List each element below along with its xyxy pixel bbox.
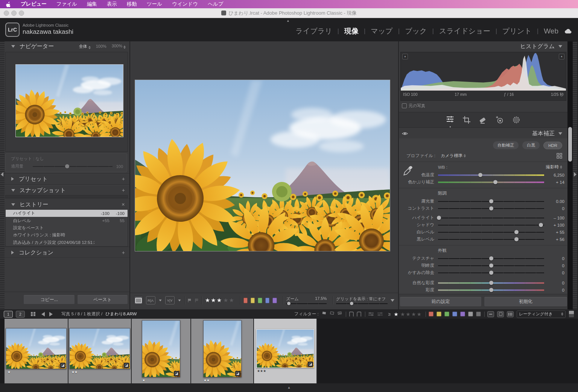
menu-item-file[interactable]: ファイル [56,1,77,8]
filter-chip-none[interactable] [476,312,481,316]
basic-panel-header[interactable]: 基本補正 [399,129,567,138]
filmstrip-cell-selected[interactable]: ◪ ★★★ [254,319,317,383]
filter-flag-pick-icon[interactable] [322,312,327,316]
temp-slider[interactable] [438,174,544,176]
filter-edits-icon[interactable] [349,312,354,317]
filter-star-active[interactable]: ★ [394,311,399,317]
module-web[interactable]: Web [544,27,558,35]
filter-chip-yellow[interactable] [437,312,441,316]
filter-chip-green[interactable] [444,312,449,316]
filter-adjust-icon-1[interactable] [368,312,374,317]
menu-item-preview[interactable]: プレビュー [21,1,47,8]
filter-no-edits-icon[interactable] [357,312,362,317]
slider-handle[interactable] [489,281,493,285]
grid-overlay-label[interactable]: グリッドを表示 : 常にオフ [336,296,388,302]
next-photo-arrow[interactable] [49,312,53,316]
reset-button[interactable]: 初期化 [484,297,567,307]
filter-chip-gray[interactable] [468,312,473,316]
navigator-header[interactable]: ナビゲーター 全体 100% 300% [5,41,129,51]
navigator-preview[interactable] [15,64,123,137]
menu-item-window[interactable]: ウインドウ [172,1,198,8]
profile-spinner-icon[interactable] [464,154,466,157]
clarity-slider[interactable] [438,265,544,267]
develop-badge-icon[interactable]: ◪ [174,371,179,376]
histogram-header[interactable]: ヒストグラム [399,41,567,51]
copy-settings-button[interactable]: コピー... [23,295,75,304]
module-library[interactable]: ライブラリ [295,26,332,36]
collapse-left-panel-arrow[interactable] [1,172,3,177]
thumbnail-photo[interactable]: ◪ [6,328,67,369]
main-photo[interactable] [135,80,390,251]
profile-browser-icon[interactable] [557,153,562,159]
toolbar-options-dropdown-icon[interactable] [391,299,394,302]
module-map[interactable]: マップ [371,26,392,36]
reference-view-button[interactable]: R|A [146,296,155,304]
expand-triangle-icon[interactable] [11,251,14,254]
slider-handle[interactable] [539,223,543,227]
flag-pick-icon[interactable] [187,298,192,303]
color-label-green[interactable] [258,298,262,303]
hide-top-panel-arrow[interactable]: ▲ [286,19,290,23]
thumbnail-photo[interactable]: ◪ [256,329,314,368]
black-white-button[interactable]: 白黒 [522,141,540,149]
develop-badge-icon[interactable]: ◪ [308,362,313,367]
slider-handle[interactable] [514,237,519,241]
reference-view-dropdown-icon[interactable] [159,300,161,301]
healing-tool-button[interactable] [479,115,488,124]
thumbnail-rating[interactable]: ★★ [71,370,78,374]
hdr-button[interactable]: HDR [543,142,562,149]
show-filmstrip-arrow[interactable]: ▲ [287,386,291,389]
dehaze-slider[interactable] [438,272,544,274]
shadow-clipping-indicator[interactable]: ▲ [402,54,408,59]
exposure-slider[interactable] [438,200,544,203]
texture-slider[interactable] [438,257,544,260]
highlight-clipping-indicator[interactable]: ▲ [559,54,564,59]
crop-tool-button[interactable] [462,115,471,124]
collapse-triangle-icon[interactable] [558,45,562,48]
filter-view-icon-1[interactable] [487,311,494,317]
previous-settings-button[interactable]: 前の設定 [400,297,482,307]
filmstrip-cell[interactable]: ◪ ★ [5,319,68,383]
paste-settings-button[interactable]: ペースト [77,295,128,304]
edit-tool-button[interactable] [446,115,455,125]
filter-flag-reject-icon[interactable] [338,312,342,316]
history-item[interactable]: 白レベル+5555 [6,217,128,224]
left-panel-edge[interactable] [0,41,5,309]
thumbnail-photo[interactable]: ◪ [69,328,130,369]
develop-badge-icon[interactable]: ◪ [60,363,65,368]
filter-view-icon-3[interactable] [507,311,514,317]
filter-switch[interactable] [569,310,574,318]
filter-chip-red[interactable] [429,312,434,316]
slider-handle[interactable] [493,180,497,184]
grid-overlay-slider[interactable] [336,303,388,305]
filter-flag-unflagged-icon[interactable] [330,312,335,316]
collapse-triangle-icon[interactable] [11,189,15,192]
collapse-triangle-icon[interactable] [11,203,15,206]
menu-item-view[interactable]: 表示 [107,1,117,8]
color-label-blue[interactable] [265,298,269,303]
filter-chip-blue[interactable] [452,312,457,316]
previous-photo-arrow[interactable] [41,312,45,316]
before-after-view-button[interactable]: Y|Y [165,296,175,304]
wb-value[interactable]: 撮影時 [546,164,559,170]
loupe-view-button[interactable] [134,296,143,305]
zoom-slider[interactable] [286,303,327,305]
right-panel-edge[interactable] [573,41,577,309]
history-item[interactable]: ホワイトバランス : 撮影時 [6,232,128,239]
module-slideshow[interactable]: スライドショー [439,26,490,36]
whites-slider[interactable] [438,231,544,233]
cloud-sync-icon[interactable] [564,29,572,34]
thumbnail-photo[interactable]: ◪ [203,320,242,377]
blacks-slider[interactable] [438,238,544,241]
slider-handle[interactable] [489,256,493,260]
color-label-yellow[interactable] [251,298,255,303]
slider-handle[interactable] [489,206,493,210]
filmstrip-status-counts[interactable]: 写真 5 / 8 / 1 枚選択 / [62,311,103,317]
history-item[interactable]: 読み込み / カメラ設定 (2024/06/18 12:51:36) [6,239,128,246]
history-item[interactable]: ハイライト-100-100 [6,210,128,217]
slider-handle[interactable] [489,199,493,203]
clear-history-button[interactable]: ✕ [122,202,129,207]
filmstrip-cell[interactable]: ◪ ★★ [68,319,132,383]
tint-slider[interactable] [438,181,544,183]
auto-tone-button[interactable]: 自動補正 [493,141,519,149]
